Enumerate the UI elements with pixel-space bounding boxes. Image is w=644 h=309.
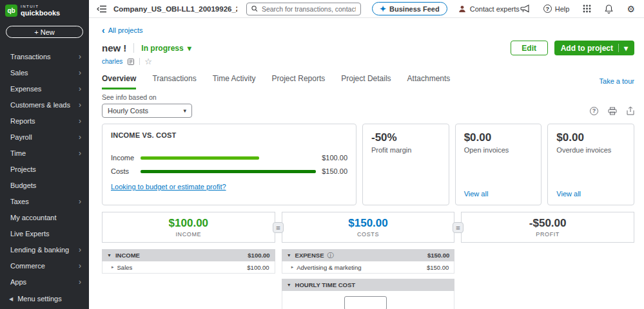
cost-basis-dropdown[interactable]: Hourly Costs ▾ (102, 104, 192, 118)
open-invoices-view-all-link[interactable]: View all (464, 190, 533, 198)
page-title: new ! (102, 42, 126, 53)
sidebar-item-live-experts[interactable]: Live Experts (0, 225, 89, 241)
sidebar-item-lending-banking[interactable]: Lending & banking› (0, 241, 89, 258)
overdue-invoices-card: $0.00 Overdue invoices View all (547, 124, 634, 205)
profit-summary-panel: -$50.00 PROFIT (461, 212, 634, 243)
costs-bar-value: $150.00 (322, 167, 347, 175)
quickbooks-logo[interactable]: qb INTUIT quickbooks (0, 0, 89, 19)
income-table-header[interactable]: ▼ INCOME $100.00 (102, 249, 275, 261)
tab-project-details[interactable]: Project Details (341, 74, 391, 89)
tab-attachments[interactable]: Attachments (407, 74, 451, 89)
sparkle-icon: ✦ (380, 5, 386, 14)
profit-total: -$50.00 (529, 217, 567, 230)
expense-table-total: $150.00 (427, 252, 449, 259)
notes-icon[interactable] (127, 58, 135, 66)
new-button[interactable]: + New (6, 26, 83, 38)
sidebar-item-sales[interactable]: Sales› (0, 64, 89, 80)
overdue-invoices-view-all-link[interactable]: View all (556, 190, 625, 198)
expense-table-row[interactable]: ▸ Advertising & marketing $150.00 (282, 261, 455, 274)
budget-estimate-link[interactable]: Looking to budget or estimate profit? (111, 183, 347, 191)
quickbooks-app: qb INTUIT quickbooks + New Transactions›… (0, 0, 644, 309)
sidebar-item-my-accountant[interactable]: My accountant (0, 209, 89, 225)
search-input[interactable] (262, 5, 356, 13)
income-summary-panel: $100.00 INCOME (102, 212, 275, 243)
tab-bar: Overview Transactions Time Activity Proj… (102, 74, 634, 89)
edit-button[interactable]: Edit (511, 41, 548, 55)
chevron-right-icon: › (79, 117, 81, 126)
income-table-row[interactable]: ▸ Sales $100.00 (102, 261, 275, 274)
quickbooks-wordmark: quickbooks (21, 9, 60, 17)
megaphone-icon[interactable] (520, 5, 530, 13)
sidebar-item-customers-leads[interactable]: Customers & leads› (0, 97, 89, 113)
profit-table-column (461, 249, 634, 309)
income-vs-cost-title: INCOME VS. COST (111, 131, 347, 139)
column-drag-handle[interactable]: = (273, 222, 284, 233)
sidebar-nav: Transactions› Sales› Expenses› Customers… (0, 48, 89, 290)
help-circle-icon[interactable]: ? (590, 107, 598, 115)
menu-settings-button[interactable]: ◀ Menu settings (0, 290, 89, 309)
hourly-time-cost-header[interactable]: ▼ HOURLY TIME COST (282, 279, 455, 291)
company-name[interactable]: Company_US_OBI-LL1_20019926_20-1-2... (113, 5, 237, 13)
collapse-left-icon: ◀ (9, 296, 13, 302)
sidebar-item-payroll[interactable]: Payroll› (0, 129, 89, 145)
sidebar-item-transactions[interactable]: Transactions› (0, 48, 89, 64)
costs-total: $150.00 (348, 217, 387, 230)
income-bar (141, 156, 259, 160)
sidebar-item-time[interactable]: Time› (0, 145, 89, 161)
help-button[interactable]: ? Help (543, 5, 570, 13)
tab-project-reports[interactable]: Project Reports (272, 74, 326, 89)
sidebar-item-apps[interactable]: Apps› (0, 274, 89, 290)
tab-time-activity[interactable]: Time Activity (213, 74, 256, 89)
see-info-label: See info based on (102, 93, 634, 101)
profit-margin-value: -50% (371, 131, 440, 144)
status-dropdown[interactable]: In progress ▾ (141, 44, 191, 53)
hourly-cost-partial-element[interactable] (344, 296, 387, 309)
profit-margin-card: -50% Profit margin (362, 124, 449, 205)
search-box[interactable] (246, 3, 361, 15)
apps-grid-icon[interactable] (583, 5, 591, 13)
sidebar-item-expenses[interactable]: Expenses› (0, 80, 89, 97)
export-icon[interactable] (627, 106, 634, 115)
income-table: ▼ INCOME $100.00 ▸ Sales $100.00 (102, 249, 275, 309)
chevron-right-icon: › (79, 84, 81, 93)
open-invoices-card: $0.00 Open invoices View all (455, 124, 542, 205)
income-table-total: $100.00 (248, 252, 269, 259)
gear-icon[interactable]: ⚙ (627, 4, 635, 14)
sidebar: qb INTUIT quickbooks + New Transactions›… (0, 0, 89, 309)
triangle-down-icon: ▼ (287, 283, 291, 287)
sidebar-item-budgets[interactable]: Budgets (0, 177, 89, 193)
info-icon: ⓘ (327, 251, 333, 260)
sidebar-item-taxes[interactable]: Taxes› (0, 193, 89, 209)
triangle-down-icon: ▼ (287, 253, 291, 258)
tab-transactions[interactable]: Transactions (152, 74, 196, 89)
chevron-right-icon: › (79, 261, 81, 270)
star-icon[interactable]: ☆ (144, 57, 152, 66)
contact-experts-button[interactable]: Contact experts (458, 5, 520, 13)
chevron-right-icon: › (79, 68, 81, 77)
chevron-down-icon: ▾ (183, 108, 186, 114)
business-feed-button[interactable]: ✦ Business Feed (372, 2, 447, 15)
notifications-bell-icon[interactable] (605, 5, 613, 14)
collapse-sidebar-icon[interactable] (97, 5, 107, 13)
chevron-right-icon: › (79, 133, 81, 142)
overdue-invoices-value: $0.00 (556, 131, 625, 144)
customer-link[interactable]: charles (102, 58, 122, 65)
chevron-down-icon: ▾ (624, 44, 628, 53)
qb-logo-icon: qb (5, 5, 17, 17)
costs-summary-panel: $150.00 COSTS (282, 212, 455, 243)
triangle-right-icon: ▸ (112, 265, 114, 270)
add-to-project-button[interactable]: Add to project ▾ (554, 41, 634, 55)
take-a-tour-link[interactable]: Take a tour (600, 77, 634, 89)
print-icon[interactable] (608, 107, 617, 115)
expense-table-header[interactable]: ▼ EXPENSE ⓘ $150.00 (282, 249, 455, 261)
chevron-right-icon: › (79, 149, 81, 158)
tab-overview[interactable]: Overview (102, 74, 136, 89)
sidebar-item-projects[interactable]: Projects (0, 161, 89, 177)
breadcrumb[interactable]: ‹ All projects (102, 25, 142, 35)
income-vs-cost-card: INCOME VS. COST Income $100.00 Costs $15… (102, 124, 356, 205)
sidebar-item-reports[interactable]: Reports› (0, 113, 89, 129)
open-invoices-value: $0.00 (464, 131, 533, 144)
column-drag-handle[interactable]: = (453, 222, 463, 233)
triangle-down-icon: ▼ (107, 253, 112, 258)
sidebar-item-commerce[interactable]: Commerce› (0, 258, 89, 274)
